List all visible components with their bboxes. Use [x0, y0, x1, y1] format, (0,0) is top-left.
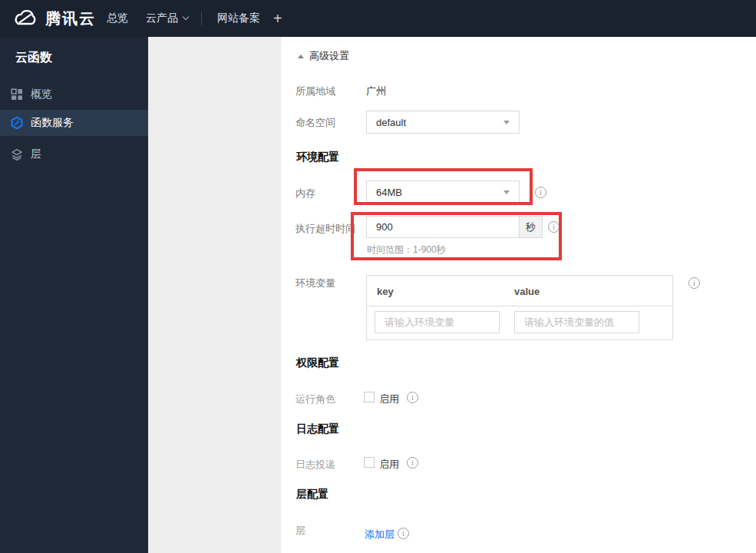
envvar-key-header: key — [377, 286, 394, 297]
section-permission-config: 权限配置 — [296, 356, 339, 370]
main-content: 高级设置 所属地域 广州 命名空间 default 环境配置 内存 64MB 执… — [281, 37, 756, 553]
grid-icon — [10, 88, 24, 101]
section-layer-config: 层配置 — [296, 488, 328, 502]
region-label: 所属地域 — [295, 84, 335, 98]
nav-divider — [201, 12, 202, 25]
logship-enable-checkbox[interactable] — [364, 457, 375, 468]
sidebar: 云函数 概览 函数服务 层 — [0, 37, 148, 553]
advanced-settings-toggle[interactable]: 高级设置 — [298, 49, 349, 63]
nav-item-icp[interactable]: 网站备案 — [217, 0, 260, 37]
layer-info-icon[interactable] — [398, 528, 409, 539]
envvar-value-input[interactable] — [514, 311, 639, 333]
sidebar-item-overview[interactable]: 概览 — [0, 81, 148, 108]
section-env-config: 环境配置 — [296, 151, 339, 164]
add-layer-link[interactable]: 添加层 — [365, 528, 395, 541]
sidebar-item-label: 层 — [31, 147, 41, 161]
nav-item-products[interactable]: 云产品 — [146, 0, 188, 37]
nav-item-overview[interactable]: 总览 — [107, 0, 128, 37]
sidebar-item-label: 概览 — [31, 88, 52, 101]
sidebar-item-function-service[interactable]: 函数服务 — [0, 110, 148, 136]
logship-info-icon[interactable] — [407, 457, 418, 469]
caret-down-icon — [503, 121, 510, 124]
sidebar-item-layers[interactable]: 层 — [0, 141, 148, 167]
namespace-selected-value: default — [376, 117, 406, 128]
logship-enable-label: 启用 — [379, 458, 399, 472]
envvar-value-header: value — [514, 286, 540, 297]
advanced-settings-label: 高级设置 — [309, 49, 349, 63]
timeout-unit-addon: 秒 — [520, 216, 543, 238]
memory-label: 内存 — [295, 187, 315, 200]
chevron-down-icon — [183, 14, 189, 20]
memory-selected-value: 64MB — [376, 187, 402, 198]
layers-icon — [10, 147, 24, 161]
section-log-config: 日志配置 — [296, 422, 339, 436]
timeout-info-icon[interactable] — [548, 221, 560, 233]
nav-add-tab-button[interactable]: + — [273, 0, 282, 37]
sidebar-item-label: 函数服务 — [31, 116, 74, 130]
triangle-up-icon — [298, 55, 304, 58]
top-nav: 腾讯云 总览 云产品 网站备案 + — [0, 0, 756, 37]
role-enable-checkbox[interactable] — [364, 392, 375, 402]
envvar-label: 环境变量 — [295, 276, 335, 290]
timeout-hint: 时间范围：1-900秒 — [367, 243, 446, 257]
envvar-info-icon[interactable] — [688, 277, 700, 289]
layer-label: 层 — [295, 524, 305, 538]
brand-title: 腾讯云 — [45, 8, 96, 29]
tencent-cloud-brand[interactable]: 腾讯云 — [12, 0, 96, 37]
secondary-panel — [148, 37, 281, 553]
function-hexagon-icon — [10, 116, 24, 130]
role-info-icon[interactable] — [407, 392, 418, 403]
envvar-table: key value — [366, 275, 673, 340]
caret-down-icon — [503, 190, 510, 194]
namespace-label: 命名空间 — [295, 116, 335, 130]
table-divider — [367, 306, 672, 306]
nav-products-label: 云产品 — [146, 12, 178, 25]
namespace-select[interactable]: default — [366, 111, 520, 134]
nav-overview-label: 总览 — [107, 12, 128, 25]
logship-label: 日志投递 — [295, 458, 335, 472]
memory-select[interactable]: 64MB — [366, 180, 520, 204]
tencent-cloud-logo-icon — [12, 8, 38, 28]
timeout-input[interactable] — [366, 216, 520, 238]
region-value: 广州 — [366, 84, 386, 98]
sidebar-title: 云函数 — [15, 50, 52, 66]
envvar-key-input[interactable] — [375, 311, 500, 333]
role-enable-label: 启用 — [379, 392, 399, 406]
plus-icon: + — [273, 10, 282, 28]
role-label: 运行角色 — [295, 392, 335, 406]
timeout-label: 执行超时时间 — [295, 222, 355, 236]
memory-info-icon[interactable] — [535, 187, 546, 198]
nav-icp-label: 网站备案 — [217, 12, 260, 25]
